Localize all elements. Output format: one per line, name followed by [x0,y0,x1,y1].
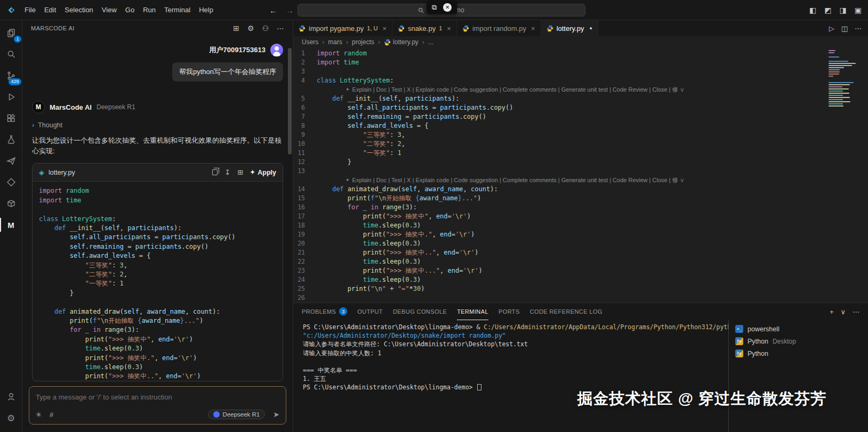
codelens[interactable]: ✦Explain | Doc | Test | X | Explain code… [293,176,868,185]
chat-scrollbar[interactable] [288,48,292,154]
sidebar-item-search[interactable] [0,44,22,65]
overlay-close-button[interactable]: ✕ [443,3,452,12]
minimap-line [829,74,839,75]
codelens[interactable]: ✦Explain | Doc | Test | X | Explain code… [293,85,868,94]
editor-tab[interactable]: import random.py× [457,20,541,36]
create-file-icon[interactable]: ⊞ [237,168,243,176]
code-line: 13 [293,167,868,176]
panel-tab-debug-console[interactable]: DEBUG CONSOLE [393,303,447,320]
menu-view[interactable]: View [98,4,121,16]
menu-selection[interactable]: Selection [60,4,97,16]
sidebar-item-source-control[interactable]: 429 [0,65,22,86]
apply-button[interactable]: ✦ Apply [250,169,276,176]
tab-dirty-indicator[interactable]: ● [589,26,592,31]
code-editor[interactable]: 1import random2import time34class Lotter… [293,48,868,303]
menu-run[interactable]: Run [139,4,160,16]
marscode-icon: M [7,221,14,230]
menu-terminal[interactable]: Terminal [160,4,195,16]
line-number: 6 [293,103,317,112]
screenshare-icon[interactable]: ⧉ [432,3,437,12]
terminal-list-item[interactable]: PyPythonDesktop [729,335,868,347]
terminal-list-item[interactable]: >_powershell [729,323,868,335]
chat-code-line: time.sleep(0.3) [39,344,276,353]
breadcrumb-item[interactable]: ... [428,38,433,46]
settings-button[interactable]: ⚙ [0,407,22,429]
toggle-sidebar-icon[interactable]: ◧ [809,6,816,14]
flask-icon [6,134,17,145]
line-number: 17 [293,212,317,221]
terminal-dropdown-icon[interactable]: ∨ [840,308,846,316]
copy-icon[interactable] [212,169,218,175]
python-icon: Py [735,337,743,345]
minimap-line [829,78,859,79]
codelens-actions[interactable]: Explain | Doc | Test | X | Explain code … [352,176,685,185]
model-selector[interactable]: Deepseek R1 [208,410,266,419]
menu-edit[interactable]: Edit [40,4,60,16]
settings-icon[interactable]: ⚙ [247,24,254,32]
split-editor-icon[interactable]: ◫ [841,25,848,32]
new-terminal-icon[interactable]: + [830,308,834,316]
paper-plane-icon [6,156,17,166]
menu-go[interactable]: Go [121,4,139,16]
profile-icon[interactable]: ⚇ [262,24,269,32]
minimap-line [829,103,843,104]
panel-tab-terminal[interactable]: TERMINAL [457,303,488,320]
sidebar-item-explorer[interactable]: 1 [0,22,22,44]
breadcrumb-item[interactable]: Users [302,38,318,46]
panel-title: MARSCODE AI [31,25,75,31]
editor-tab[interactable]: import pygame.py1, U× [293,20,392,36]
nav-back-icon[interactable]: ← [269,6,277,15]
skills-icon[interactable]: ✳ [36,411,42,419]
panel-tab-problems[interactable]: PROBLEMS3 [302,303,347,320]
customize-layout-icon[interactable]: ▣ [855,6,862,14]
sidebar-item-testing[interactable] [0,129,22,150]
toggle-panel-icon[interactable]: ◩ [824,6,831,14]
breadcrumb-item[interactable]: projects [352,38,374,46]
tab-close-icon[interactable]: × [531,25,535,32]
sidebar-item-docker[interactable] [0,193,22,214]
codelens-actions[interactable]: Explain | Doc | Test | X | Explain code … [352,85,685,94]
sidebar-item-run-debug[interactable] [0,86,22,108]
panel-more-icon[interactable]: ⋯ [853,308,859,316]
new-chat-icon[interactable]: ⊞ [233,24,239,32]
thought-toggle[interactable]: › Thought [32,121,283,129]
account-button[interactable] [0,386,22,407]
minimap[interactable] [829,50,859,109]
sidebar-item-gitlens[interactable] [0,172,22,193]
chat-code-line: self.remaining = participants.copy() [39,242,276,251]
editor-tab[interactable]: lottery.py● [541,20,598,36]
run-file-icon[interactable]: ▷ [829,25,834,32]
panel-tab-ports[interactable]: PORTS [499,303,520,320]
more-icon[interactable]: ⋯ [277,24,284,32]
line-number: 13 [293,167,317,176]
tab-label: import random.py [472,25,526,32]
insert-code-icon[interactable]: ↧ [224,168,230,176]
watermark-text: 掘金技术社区 @ 穿过生命散发芬芳 [577,388,826,410]
minimap-line [829,105,843,107]
terminal-list-item[interactable]: PyPython [729,347,868,360]
python-file-icon [462,25,469,32]
sidebar-item-lingma[interactable] [0,150,22,172]
sidebar-item-extensions[interactable] [0,108,22,129]
tab-close-icon[interactable]: × [383,25,387,32]
toggle-secondary-sidebar-icon[interactable]: ◨ [840,6,847,14]
context-hash-icon[interactable]: # [50,411,53,419]
editor-tab[interactable]: snake.py1× [392,20,457,36]
sidebar-item-marscode[interactable]: M [0,214,22,235]
panel-tab-output[interactable]: OUTPUT [357,303,383,320]
tab-label: import pygame.py [309,25,364,32]
chat-input[interactable] [36,393,279,401]
nav-forward-icon[interactable]: → [286,6,294,15]
send-icon[interactable]: ➤ [273,410,279,419]
tab-close-icon[interactable]: × [447,25,451,32]
breadcrumb-item[interactable]: mars [328,38,342,46]
menu-file[interactable]: File [20,4,40,16]
terminal[interactable]: PS C:\Users\Administrator\Desktop\lingma… [293,320,728,432]
breadcrumb: Users›mars›projects›lottery.py›... [293,36,868,48]
menu-help[interactable]: Help [195,4,218,16]
panel-tab-code-reference-log[interactable]: CODE REFERENCE LOG [530,303,602,320]
minimap-line [829,91,843,92]
breadcrumb-item[interactable]: lottery.py [384,38,419,46]
more-actions-icon[interactable]: ⋯ [855,25,862,32]
code-content: 1import random2import time34class Lotter… [293,49,868,303]
